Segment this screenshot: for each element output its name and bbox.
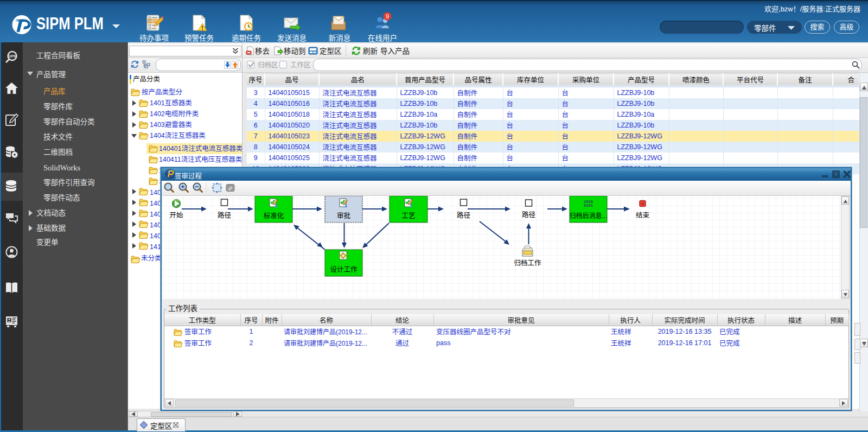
svg-text:9: 9 <box>386 13 389 20</box>
svg-text:结束: 结束 <box>636 212 650 219</box>
svg-text:审批: 审批 <box>337 212 350 220</box>
svg-text:标准化: 标准化 <box>264 212 284 220</box>
svg-text:路径: 路径 <box>522 211 535 219</box>
svg-text:0101: 0101 <box>584 204 593 208</box>
svg-text:SIPM: SIPM <box>8 54 17 58</box>
svg-text:开始: 开始 <box>169 212 183 219</box>
svg-text:归档后消息...: 归档后消息... <box>569 212 607 220</box>
svg-text:路径: 路径 <box>218 211 231 219</box>
svg-text:路径: 路径 <box>457 211 470 219</box>
svg-text:设计工作: 设计工作 <box>330 265 358 274</box>
svg-text:归档工作: 归档工作 <box>514 259 541 267</box>
svg-text:工艺: 工艺 <box>401 212 415 220</box>
